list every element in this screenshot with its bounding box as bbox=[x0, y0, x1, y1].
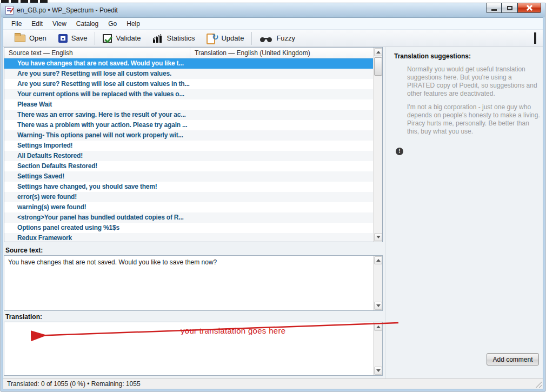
poedit-window: en_GB.po • WP_Spectrum - Poedit FileEdit… bbox=[1, 3, 545, 391]
fuzzy-button[interactable]: Fuzzy bbox=[254, 31, 301, 45]
source-scrollbar[interactable] bbox=[373, 256, 382, 310]
arrow-down-icon bbox=[376, 304, 381, 307]
string-list: Source text — English Translation — Engl… bbox=[4, 47, 383, 242]
source-text-value: You have changes that are not saved. Wou… bbox=[8, 258, 369, 266]
close-button[interactable] bbox=[517, 3, 541, 13]
list-item[interactable]: Are you sure? Resetting will lose all cu… bbox=[4, 69, 373, 79]
list-item[interactable]: <strong>Your panel has bundled outdated … bbox=[4, 212, 373, 223]
status-text: Translated: 0 of 1055 (0 %) • Remaining:… bbox=[7, 380, 141, 388]
arrow-down-icon bbox=[376, 236, 381, 238]
scroll-up-button[interactable] bbox=[374, 323, 382, 331]
scroll-up-button[interactable] bbox=[374, 48, 382, 56]
arrow-up-icon bbox=[376, 325, 381, 328]
update-label: Update bbox=[221, 34, 244, 42]
statistics-label: Statistics bbox=[167, 34, 195, 42]
status-bar: Translated: 0 of 1055 (0 %) • Remaining:… bbox=[3, 378, 543, 389]
list-item[interactable]: Settings Saved! bbox=[4, 171, 373, 182]
fuzzy-label: Fuzzy bbox=[276, 34, 295, 42]
toolbar: Open Save Validate Statistics ↻ Update bbox=[3, 30, 543, 47]
list-item[interactable]: Your current options will be replaced wi… bbox=[4, 89, 373, 99]
main-area: Source text — English Translation — Engl… bbox=[3, 47, 543, 378]
window-title: en_GB.po • WP_Spectrum - Poedit bbox=[17, 6, 118, 14]
poedit-document-icon bbox=[5, 6, 14, 15]
toolbar-separator bbox=[251, 32, 252, 45]
list-header: Source text — English Translation — Engl… bbox=[4, 48, 382, 58]
menu-bar: FileEditViewCatalogGoHelp bbox=[3, 18, 543, 30]
save-button[interactable]: Save bbox=[52, 31, 94, 45]
source-text-label: Source text: bbox=[5, 247, 43, 254]
maximize-icon bbox=[507, 6, 512, 10]
minimize-icon bbox=[491, 9, 497, 11]
suggestions-title: Translation suggestions: bbox=[385, 47, 543, 60]
update-refresh-icon: ↻ bbox=[207, 34, 217, 43]
list-item[interactable]: There was a problem with your action. Pl… bbox=[4, 120, 373, 130]
menu-item-catalog[interactable]: Catalog bbox=[71, 19, 103, 29]
scroll-down-button[interactable] bbox=[374, 367, 382, 375]
close-icon bbox=[526, 4, 533, 11]
list-item[interactable]: All Defaults Restored! bbox=[4, 151, 373, 161]
menu-item-go[interactable]: Go bbox=[103, 19, 122, 29]
sidebar-toggle-button[interactable] bbox=[534, 34, 536, 43]
minimize-button[interactable] bbox=[486, 3, 502, 13]
message-list: You have changes that are not saved. Wou… bbox=[4, 58, 373, 242]
menu-item-help[interactable]: Help bbox=[122, 19, 145, 29]
column-header-translation[interactable]: Translation — English (United Kingdom) bbox=[190, 48, 382, 58]
save-label: Save bbox=[71, 34, 88, 42]
resize-grip-icon[interactable] bbox=[535, 381, 542, 388]
menu-item-edit[interactable]: Edit bbox=[26, 19, 48, 29]
arrow-up-icon bbox=[376, 51, 381, 54]
list-item[interactable]: Section Defaults Restored! bbox=[4, 161, 373, 171]
menu-item-file[interactable]: File bbox=[6, 19, 26, 29]
scrollbar-thumb[interactable] bbox=[374, 57, 382, 76]
scroll-up-button[interactable] bbox=[374, 256, 382, 264]
save-floppy-icon bbox=[58, 34, 68, 43]
translation-input[interactable] bbox=[4, 322, 383, 376]
list-item[interactable]: error(s) were found! bbox=[4, 192, 373, 202]
list-item[interactable]: Settings have changed, you should save t… bbox=[4, 182, 373, 192]
validate-label: Validate bbox=[116, 34, 141, 42]
fuzzy-glasses-icon bbox=[259, 36, 272, 43]
sidebar-toggle-icon bbox=[534, 32, 536, 44]
update-button[interactable]: ↻ Update bbox=[201, 31, 250, 45]
list-item[interactable]: Redux Framework bbox=[4, 233, 373, 242]
list-item[interactable]: Are you sure? Resetting will lose all cu… bbox=[4, 79, 373, 89]
validate-button[interactable]: Validate bbox=[97, 31, 147, 45]
client-area: FileEditViewCatalogGoHelp Open Save Vali… bbox=[3, 17, 543, 389]
toolbar-separator bbox=[95, 32, 95, 45]
validate-check-icon bbox=[103, 34, 112, 43]
open-folder-icon bbox=[15, 35, 25, 42]
list-scrollbar[interactable] bbox=[373, 48, 382, 242]
list-item[interactable]: Please Wait bbox=[4, 99, 373, 110]
translation-label: Translation: bbox=[5, 313, 42, 321]
arrow-up-icon bbox=[376, 259, 381, 262]
list-item[interactable]: There was an error saving. Here is the r… bbox=[4, 110, 373, 120]
list-item[interactable]: Settings Imported! bbox=[4, 141, 373, 151]
statistics-chart-icon bbox=[152, 34, 163, 43]
menu-item-view[interactable]: View bbox=[48, 19, 71, 29]
title-bar[interactable]: en_GB.po • WP_Spectrum - Poedit bbox=[1, 3, 545, 17]
scroll-down-button[interactable] bbox=[374, 233, 382, 241]
add-comment-button[interactable]: Add comment bbox=[487, 353, 539, 366]
arrow-down-icon bbox=[376, 369, 381, 372]
suggestions-paragraph-2: I'm not a big corporation - just one guy… bbox=[407, 103, 541, 136]
statistics-button[interactable]: Statistics bbox=[147, 31, 201, 45]
list-item[interactable]: You have changes that are not saved. Wou… bbox=[4, 58, 373, 69]
column-header-source[interactable]: Source text — English bbox=[4, 48, 190, 58]
translation-scrollbar[interactable] bbox=[373, 322, 382, 375]
suggestions-paragraph-1: Normally you would get useful translatio… bbox=[407, 65, 541, 98]
list-item[interactable]: Warning- This options panel will not wor… bbox=[4, 130, 373, 141]
source-text-pane: You have changes that are not saved. Wou… bbox=[4, 255, 383, 311]
open-button[interactable]: Open bbox=[9, 31, 52, 45]
scroll-down-button[interactable] bbox=[374, 302, 382, 310]
maximize-button[interactable] bbox=[502, 3, 517, 13]
list-item[interactable]: Options panel created using %1$s bbox=[4, 223, 373, 233]
list-item[interactable]: warning(s) were found! bbox=[4, 202, 373, 212]
open-label: Open bbox=[29, 34, 46, 42]
exclamation-circle-icon: ! bbox=[396, 148, 403, 155]
suggestions-sidebar: Translation suggestions: Normally you wo… bbox=[385, 47, 543, 378]
